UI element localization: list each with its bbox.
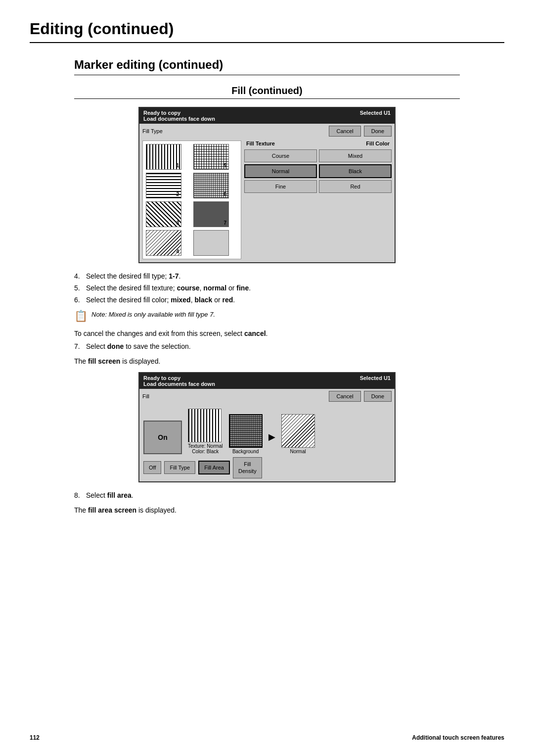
page-number: 112 [30,734,40,741]
fill-tile-7[interactable]: 7 [193,201,229,227]
fill-type-button[interactable]: Fill Type [164,461,195,474]
on-button[interactable]: On [143,421,182,454]
done-button-2[interactable]: Done [364,391,392,402]
course-btn[interactable]: Course [244,149,317,162]
panel1-header-left: Ready to copy Load documents face down [143,110,215,122]
panel2-header-right: Selected U1 [360,375,391,387]
step-5: 5. Select the desired fill texture; cour… [74,284,460,292]
fill-type-panel: Ready to copy Load documents face down S… [138,107,396,263]
fill-panel: Ready to copy Load documents face down S… [138,372,396,482]
step-6: 6. Select the desired fill color; mixed,… [74,296,460,304]
fill-density-button[interactable]: Fill Density [233,457,262,478]
fill-tile-grid: 1 5 2 6 [142,141,241,259]
fill-area-button[interactable]: Fill Area [198,461,230,474]
fill-tile-empty [193,230,229,256]
step-7: 7. Select done to save the selection. [74,342,460,350]
step7-list: 7. Select done to save the selection. [74,342,460,350]
option-row-3: Fine Red [244,180,392,193]
arrow-indicator: ▶ [268,431,275,442]
fill-area-screen-note: The fill area screen is displayed. [74,506,460,514]
step8-list: 8. Select fill area. [74,491,460,499]
fill-color-label: Fill Color [366,141,390,146]
page-footer: 112 Additional touch screen features [30,734,504,741]
red-btn[interactable]: Red [319,180,392,193]
cancel-button-1[interactable]: Cancel [329,126,360,137]
density-preview-container: Normal [281,414,315,454]
section-title: Marker editing (continued) [74,58,460,75]
cancel-note: To cancel the changes and exit from this… [74,330,460,337]
fill-options: Fill Texture Fill Color Course Mixed Nor… [244,141,392,259]
step-4: 4. Select the desired fill type; 1-7. [74,272,460,280]
mixed-btn[interactable]: Mixed [319,149,392,162]
on-label: On [158,433,167,441]
cancel-button-2[interactable]: Cancel [329,391,360,402]
subsection-title: Fill (continued) [74,85,460,99]
off-button[interactable]: Off [143,461,161,474]
option-row-1: Course Mixed [244,149,392,162]
option-row-2: Normal Black [244,164,392,178]
fill-tile-2[interactable]: 2 [146,173,181,198]
step-8: 8. Select fill area. [74,491,460,499]
note-box: 📋 Note: Mixed is only available with fil… [74,311,460,323]
page-title: Editing (continued) [30,20,504,43]
fill-type-label: Fill Type [142,128,163,134]
footer-right-text: Additional touch screen features [412,734,504,741]
fill-screen-note: The fill screen is displayed. [74,357,460,365]
fine-btn[interactable]: Fine [244,180,317,193]
fill-texture-label: Fill Texture [246,141,275,146]
panel2-header: Ready to copy Load documents face down S… [139,373,395,389]
panel2-header-left: Ready to copy Load documents face down [143,375,215,387]
panel1-header: Ready to copy Load documents face down S… [139,108,395,124]
black-btn[interactable]: Black [319,164,392,178]
note-text: Note: Mixed is only available with fill … [91,311,215,318]
fill-tile-3[interactable]: 3 [146,201,181,227]
texture-label: Texture: Normal Color: Black [188,443,223,454]
panel1-header-right: Selected U1 [360,110,391,122]
fill-tile-6[interactable]: 6 [193,173,229,198]
normal-btn[interactable]: Normal [244,164,317,178]
texture-preview-container: Texture: Normal Color: Black [188,409,223,454]
fill-tile-5[interactable]: 5 [193,144,229,170]
steps-list: 4. Select the desired fill type; 1-7. 5.… [74,272,460,304]
background-label: Background [229,449,263,454]
fill-tile-4[interactable]: 4 [146,230,181,256]
normal-density-label: Normal [281,449,315,454]
fill-tile-1[interactable]: 1 [146,144,181,170]
done-button-1[interactable]: Done [364,126,392,137]
note-icon: 📋 [74,310,88,323]
background-preview-container: Background [229,414,263,454]
fill-label: Fill [142,393,149,399]
